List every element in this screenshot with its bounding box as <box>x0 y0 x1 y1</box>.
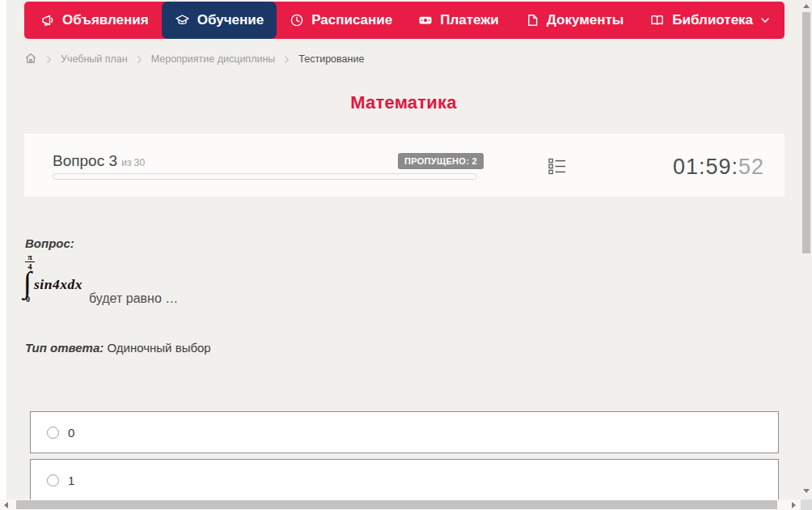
scroll-right-arrow[interactable] <box>792 502 796 508</box>
breadcrumb-separator-icon <box>284 55 290 64</box>
banknote-icon <box>418 13 433 28</box>
nav-item-library[interactable]: Библиотека <box>636 2 783 39</box>
nav-item-label: Документы <box>547 12 624 28</box>
question-heading: Вопрос: <box>25 236 74 250</box>
breadcrumb-link-discipline-event[interactable]: Мероприятие дисциплины <box>151 53 276 65</box>
scroll-left-arrow[interactable] <box>4 502 8 508</box>
scroll-up-arrow[interactable] <box>803 4 810 8</box>
integral-lower-limit: 0 <box>26 295 30 304</box>
question-list-icon[interactable] <box>548 158 566 176</box>
integrand: sin4xdx <box>34 276 82 293</box>
nav-item-documents[interactable]: Документы <box>512 2 637 39</box>
question-progress-bar <box>53 173 477 180</box>
nav-item-announcements[interactable]: Объявления <box>27 2 162 39</box>
option-label: 0 <box>68 426 74 440</box>
question-total: из 30 <box>121 157 145 168</box>
nav-item-label: Объявления <box>62 12 149 28</box>
radio-button[interactable] <box>47 427 59 439</box>
top-navbar: Объявления Обучение Расписание <box>24 2 785 39</box>
graduation-cap-icon <box>175 13 190 28</box>
skipped-badge: ПРОПУЩЕНО: 2 <box>398 153 484 169</box>
question-number: Вопрос 3 из 30 <box>53 152 145 170</box>
document-icon <box>525 13 539 28</box>
breadcrumb-separator-icon <box>137 55 142 64</box>
option-label: 1 <box>68 474 74 487</box>
nav-item-payments[interactable]: Платежи <box>405 2 512 39</box>
clock-icon <box>290 13 304 28</box>
vertical-scrollbar-thumb[interactable] <box>802 12 810 253</box>
nav-item-label: Библиотека <box>672 12 753 28</box>
timer-seconds: 52 <box>738 155 764 179</box>
question-header-card: Вопрос 3 из 30 ПРОПУЩЕНО: 2 01:59:52 <box>24 134 785 197</box>
breadcrumb-separator-icon <box>46 55 52 64</box>
open-book-icon <box>649 13 665 28</box>
nav-item-label: Расписание <box>311 12 392 28</box>
vertical-scrollbar[interactable] <box>801 0 812 499</box>
breadcrumb-link-curriculum[interactable]: Учебный план <box>61 53 128 65</box>
breadcrumb: Учебный план Мероприятие дисциплины Тест… <box>24 49 364 70</box>
scroll-down-arrow[interactable] <box>803 489 810 493</box>
question-tail-text: будет равно … <box>89 291 178 306</box>
timer-main: 01:59: <box>673 155 738 179</box>
home-icon[interactable] <box>24 52 37 67</box>
chevron-down-icon <box>760 17 770 23</box>
nav-item-learning[interactable]: Обучение <box>162 2 277 39</box>
megaphone-icon <box>40 13 55 28</box>
scrollbar-corner <box>801 499 812 510</box>
nav-item-label: Платежи <box>440 12 499 28</box>
answer-type-value: Одиночный выбор <box>107 341 210 355</box>
answer-type-label: Тип ответа: <box>25 341 104 355</box>
nav-item-label: Обучение <box>197 12 264 28</box>
timer: 01:59:52 <box>673 155 764 180</box>
answer-type-line: Тип ответа: Одиночный выбор <box>25 341 211 355</box>
horizontal-scrollbar-thumb[interactable] <box>16 500 777 509</box>
radio-button[interactable] <box>47 474 59 487</box>
nav-item-schedule[interactable]: Расписание <box>277 2 405 39</box>
horizontal-scrollbar[interactable] <box>0 499 801 510</box>
answer-option-0[interactable]: 0 <box>30 411 779 453</box>
page-title: Математика <box>6 92 801 113</box>
breadcrumb-current-testing: Тестирование <box>298 53 364 65</box>
